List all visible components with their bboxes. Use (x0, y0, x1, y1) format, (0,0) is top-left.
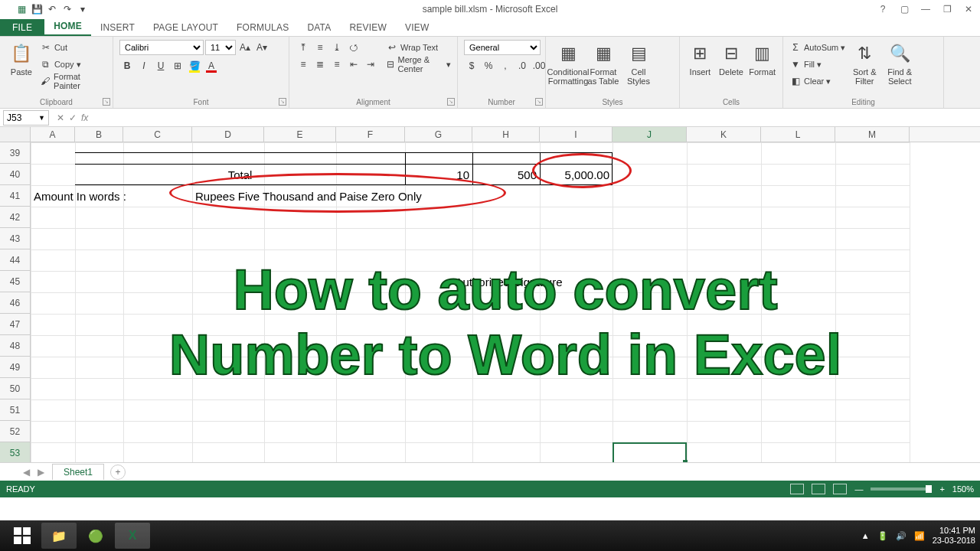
tab-file[interactable]: FILE (0, 19, 44, 36)
cell-signature[interactable]: Authorised Signature (405, 271, 612, 292)
row-header-46[interactable]: 46 (0, 292, 31, 314)
format-painter-button[interactable]: 🖌Format Painter (40, 73, 106, 89)
col-header-J[interactable]: J (612, 127, 687, 142)
row-header-52[interactable]: 52 (0, 421, 31, 442)
bold-button[interactable]: B (119, 58, 135, 73)
cond-format-button[interactable]: ▦Conditional Formatting (552, 40, 584, 86)
merge-center-button[interactable]: ⊟Merge & Center ▾ (386, 57, 451, 72)
accept-fx-icon[interactable]: ✓ (69, 112, 77, 123)
grow-font-icon[interactable]: A▴ (237, 40, 253, 55)
row-header-43[interactable]: 43 (0, 228, 31, 249)
insert-cells-button[interactable]: ⊞Insert (686, 40, 714, 77)
undo-icon[interactable]: ↶ (46, 3, 58, 15)
indent-inc-icon[interactable]: ⇥ (363, 57, 378, 72)
zoom-slider[interactable] (871, 487, 932, 491)
indent-dec-icon[interactable]: ⇤ (346, 57, 361, 72)
row-header-44[interactable]: 44 (0, 249, 31, 271)
orientation-icon[interactable]: ⭯ (346, 40, 361, 55)
tab-insert[interactable]: INSERT (91, 19, 144, 36)
row-header-47[interactable]: 47 (0, 314, 31, 335)
number-format-combo[interactable]: General (464, 40, 541, 55)
row-header-48[interactable]: 48 (0, 335, 31, 357)
maximize-icon[interactable]: ❐ (940, 4, 954, 15)
row-header-45[interactable]: 45 (0, 271, 31, 292)
col-header-L[interactable]: L (761, 127, 835, 142)
close-icon[interactable]: ✕ (962, 4, 975, 15)
font-launcher-icon[interactable]: ↘ (279, 98, 286, 106)
underline-button[interactable]: U (153, 58, 168, 73)
format-cells-button[interactable]: ▥Format (748, 40, 776, 77)
tray-up-icon[interactable]: ▲ (861, 531, 870, 540)
sheet-nav-next-icon[interactable]: ▶ (38, 467, 44, 478)
select-all-corner[interactable] (0, 127, 31, 142)
paste-button[interactable]: 📋 Paste (6, 40, 37, 77)
dec-decimal-icon[interactable]: .00 (531, 58, 547, 73)
tab-review[interactable]: REVIEW (340, 19, 396, 36)
worksheet-grid[interactable]: ABCDEFGHIJKLM 39404142434445464748495051… (0, 127, 980, 462)
cell-words-value[interactable]: Rupees Five Thousand and Paise Zero Only (192, 185, 612, 207)
find-select-button[interactable]: 🔍Find & Select (884, 40, 916, 86)
inc-decimal-icon[interactable]: .0 (514, 58, 530, 73)
col-header-E[interactable]: E (264, 127, 336, 142)
clipboard-launcher-icon[interactable]: ↘ (103, 98, 110, 106)
view-layout-icon[interactable] (812, 484, 825, 494)
fill-color-button[interactable]: 🪣 (187, 58, 202, 73)
cell-rate[interactable]: 500 (472, 164, 540, 185)
align-left-icon[interactable]: ≡ (296, 57, 311, 72)
cell-styles-button[interactable]: ▤Cell Styles (622, 40, 655, 86)
minimize-icon[interactable]: — (919, 4, 933, 15)
italic-button[interactable]: I (136, 58, 152, 73)
taskbar-explorer-icon[interactable]: 📁 (41, 523, 77, 549)
col-header-M[interactable]: M (835, 127, 910, 142)
row-header-39[interactable]: 39 (0, 142, 31, 164)
row-header-49[interactable]: 49 (0, 357, 31, 378)
align-launcher-icon[interactable]: ↘ (447, 98, 455, 106)
font-name-combo[interactable]: Calibri (119, 40, 204, 55)
shrink-font-icon[interactable]: A▾ (254, 40, 270, 55)
percent-icon[interactable]: % (481, 58, 496, 73)
help-icon[interactable]: ? (876, 4, 890, 15)
col-header-C[interactable]: C (123, 127, 192, 142)
border-button[interactable]: ⊞ (170, 58, 185, 73)
taskbar-chrome-icon[interactable]: 🟢 (78, 523, 113, 549)
sort-filter-button[interactable]: ⇅Sort & Filter (848, 40, 880, 86)
tray-network-icon[interactable]: 📶 (914, 531, 925, 541)
qat-more-icon[interactable]: ▾ (77, 3, 89, 15)
tray-battery-icon[interactable]: 🔋 (877, 531, 888, 541)
name-box[interactable]: J53▼ (3, 110, 49, 126)
fill-button[interactable]: ▼Fill ▾ (789, 57, 845, 72)
wrap-text-button[interactable]: ↩Wrap Text (386, 40, 451, 55)
formula-input[interactable] (93, 110, 980, 126)
zoom-level[interactable]: 150% (952, 484, 974, 494)
tab-data[interactable]: DATA (298, 19, 340, 36)
save-icon[interactable]: 💾 (31, 3, 43, 15)
tab-home[interactable]: HOME (44, 18, 91, 36)
number-launcher-icon[interactable]: ↘ (535, 98, 543, 106)
redo-icon[interactable]: ↷ (61, 3, 74, 15)
align-top-icon[interactable]: ⤒ (296, 40, 311, 55)
copy-button[interactable]: ⧉Copy ▾ (40, 57, 106, 72)
view-break-icon[interactable] (833, 484, 847, 494)
cells-area[interactable]: Total105005,000.00Amount In words :Rupee… (31, 142, 980, 462)
sheet-nav-prev-icon[interactable]: ◀ (23, 467, 30, 478)
col-header-I[interactable]: I (540, 127, 612, 142)
autosum-button[interactable]: ΣAutoSum ▾ (789, 40, 845, 55)
cell-amount[interactable]: 5,000.00 (540, 164, 612, 185)
currency-icon[interactable]: $ (464, 58, 479, 73)
fx-icon[interactable]: fx (81, 112, 88, 123)
clear-button[interactable]: ◧Clear ▾ (789, 73, 845, 89)
col-header-B[interactable]: B (75, 127, 123, 142)
cell-qty[interactable]: 10 (405, 164, 472, 185)
align-right-icon[interactable]: ≡ (329, 57, 345, 72)
sheet-tab-1[interactable]: Sheet1 (52, 464, 104, 480)
start-button[interactable] (5, 523, 40, 549)
col-header-K[interactable]: K (687, 127, 761, 142)
tray-volume-icon[interactable]: 🔊 (896, 531, 906, 541)
tray-clock[interactable]: 10:41 PM 23-03-2018 (933, 526, 975, 546)
font-color-button[interactable]: A (204, 58, 219, 73)
cell-total-label[interactable]: Total (75, 164, 405, 185)
zoom-in-icon[interactable]: + (939, 484, 944, 494)
align-center-icon[interactable]: ≣ (312, 57, 328, 72)
chevron-down-icon[interactable]: ▼ (38, 114, 45, 122)
cut-button[interactable]: ✂Cut (40, 40, 106, 55)
